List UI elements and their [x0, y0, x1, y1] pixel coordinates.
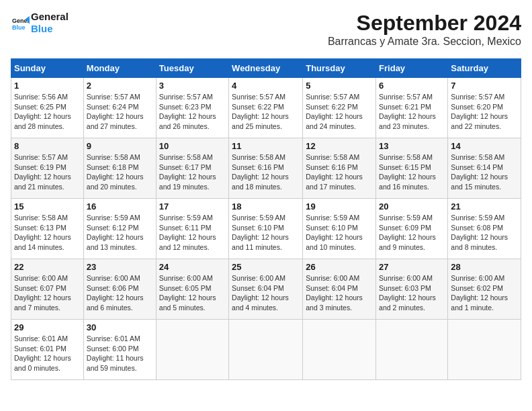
- day-number: 12: [306, 141, 373, 151]
- calendar-cell: 12 Sunrise: 5:58 AMSunset: 6:16 PMDaylig…: [303, 138, 376, 199]
- calendar-cell: 16 Sunrise: 5:59 AMSunset: 6:12 PMDaylig…: [83, 199, 156, 259]
- day-detail: Sunrise: 5:58 AMSunset: 6:18 PMDaylight:…: [87, 153, 144, 191]
- day-detail: Sunrise: 5:57 AMSunset: 6:24 PMDaylight:…: [87, 93, 144, 130]
- calendar-cell: 14 Sunrise: 5:58 AMSunset: 6:14 PMDaylig…: [448, 138, 521, 199]
- day-number: 7: [451, 81, 518, 91]
- day-number: 17: [159, 201, 226, 212]
- day-number: 2: [87, 81, 153, 91]
- col-header-friday: Friday: [376, 59, 448, 78]
- day-detail: Sunrise: 5:57 AMSunset: 6:20 PMDaylight:…: [451, 93, 508, 130]
- col-header-thursday: Thursday: [303, 59, 376, 78]
- calendar-cell: 26 Sunrise: 6:00 AMSunset: 6:04 PMDaylig…: [303, 259, 376, 320]
- day-number: 14: [451, 141, 518, 151]
- day-number: 27: [379, 262, 445, 272]
- day-detail: Sunrise: 5:59 AMSunset: 6:08 PMDaylight:…: [451, 214, 508, 251]
- calendar-cell: 27 Sunrise: 6:00 AMSunset: 6:03 PMDaylig…: [376, 259, 448, 320]
- day-detail: Sunrise: 6:00 AMSunset: 6:04 PMDaylight:…: [232, 274, 289, 312]
- logo: General Blue General Blue: [11, 11, 69, 35]
- day-number: 11: [232, 141, 300, 151]
- day-number: 1: [14, 81, 81, 91]
- col-header-wednesday: Wednesday: [229, 59, 303, 78]
- day-detail: Sunrise: 5:58 AMSunset: 6:16 PMDaylight:…: [232, 153, 289, 191]
- svg-text:Blue: Blue: [12, 24, 26, 31]
- calendar-cell: 21 Sunrise: 5:59 AMSunset: 6:08 PMDaylig…: [448, 199, 521, 259]
- col-header-sunday: Sunday: [11, 59, 84, 78]
- day-detail: Sunrise: 6:00 AMSunset: 6:07 PMDaylight:…: [14, 274, 71, 312]
- calendar-cell: 5 Sunrise: 5:57 AMSunset: 6:22 PMDayligh…: [303, 78, 376, 138]
- day-detail: Sunrise: 5:59 AMSunset: 6:10 PMDaylight:…: [232, 214, 289, 251]
- calendar-cell: 28 Sunrise: 6:00 AMSunset: 6:02 PMDaylig…: [448, 259, 521, 320]
- day-detail: Sunrise: 5:59 AMSunset: 6:10 PMDaylight:…: [306, 214, 363, 251]
- day-number: 9: [87, 141, 153, 151]
- day-detail: Sunrise: 5:58 AMSunset: 6:16 PMDaylight:…: [306, 153, 363, 191]
- day-number: 16: [87, 201, 153, 212]
- day-number: 10: [159, 141, 226, 151]
- day-detail: Sunrise: 5:56 AMSunset: 6:25 PMDaylight:…: [14, 93, 71, 130]
- day-number: 25: [232, 262, 300, 272]
- day-detail: Sunrise: 6:00 AMSunset: 6:05 PMDaylight:…: [159, 274, 216, 312]
- day-number: 24: [159, 262, 226, 272]
- day-number: 3: [159, 81, 226, 91]
- calendar-table: SundayMondayTuesdayWednesdayThursdayFrid…: [11, 58, 521, 380]
- day-number: 4: [232, 81, 300, 91]
- day-detail: Sunrise: 5:59 AMSunset: 6:12 PMDaylight:…: [87, 214, 144, 251]
- calendar-cell: 1 Sunrise: 5:56 AMSunset: 6:25 PMDayligh…: [11, 78, 84, 138]
- day-detail: Sunrise: 5:57 AMSunset: 6:22 PMDaylight:…: [232, 93, 289, 130]
- day-number: 13: [379, 141, 445, 151]
- calendar-cell: 10 Sunrise: 5:58 AMSunset: 6:17 PMDaylig…: [156, 138, 228, 199]
- day-detail: Sunrise: 5:59 AMSunset: 6:09 PMDaylight:…: [379, 214, 436, 251]
- calendar-cell: 3 Sunrise: 5:57 AMSunset: 6:23 PMDayligh…: [156, 78, 228, 138]
- day-number: 26: [306, 262, 373, 272]
- day-number: 20: [379, 201, 445, 212]
- calendar-cell: 24 Sunrise: 6:00 AMSunset: 6:05 PMDaylig…: [156, 259, 228, 320]
- day-detail: Sunrise: 6:00 AMSunset: 6:03 PMDaylight:…: [379, 274, 436, 312]
- calendar-cell: [156, 320, 228, 380]
- day-detail: Sunrise: 5:59 AMSunset: 6:11 PMDaylight:…: [159, 214, 216, 251]
- day-detail: Sunrise: 5:58 AMSunset: 6:14 PMDaylight:…: [451, 153, 508, 191]
- day-number: 18: [232, 201, 300, 212]
- day-number: 21: [451, 201, 518, 212]
- day-number: 19: [306, 201, 373, 212]
- calendar-cell: 2 Sunrise: 5:57 AMSunset: 6:24 PMDayligh…: [83, 78, 156, 138]
- calendar-cell: 15 Sunrise: 5:58 AMSunset: 6:13 PMDaylig…: [11, 199, 84, 259]
- calendar-cell: 11 Sunrise: 5:58 AMSunset: 6:16 PMDaylig…: [229, 138, 303, 199]
- calendar-cell: 23 Sunrise: 6:00 AMSunset: 6:06 PMDaylig…: [83, 259, 156, 320]
- day-number: 28: [451, 262, 518, 272]
- day-number: 23: [87, 262, 153, 272]
- logo-general: General: [31, 11, 69, 23]
- day-detail: Sunrise: 5:57 AMSunset: 6:21 PMDaylight:…: [379, 93, 436, 130]
- calendar-cell: [303, 320, 376, 380]
- day-number: 22: [14, 262, 81, 272]
- day-detail: Sunrise: 5:57 AMSunset: 6:19 PMDaylight:…: [14, 153, 71, 191]
- calendar-cell: 8 Sunrise: 5:57 AMSunset: 6:19 PMDayligh…: [11, 138, 84, 199]
- calendar-cell: 22 Sunrise: 6:00 AMSunset: 6:07 PMDaylig…: [11, 259, 84, 320]
- logo-blue: Blue: [31, 23, 69, 35]
- calendar-cell: 19 Sunrise: 5:59 AMSunset: 6:10 PMDaylig…: [303, 199, 376, 259]
- day-detail: Sunrise: 6:01 AMSunset: 6:01 PMDaylight:…: [14, 334, 71, 372]
- day-number: 8: [14, 141, 81, 151]
- day-detail: Sunrise: 6:00 AMSunset: 6:02 PMDaylight:…: [451, 274, 508, 312]
- calendar-cell: 25 Sunrise: 6:00 AMSunset: 6:04 PMDaylig…: [229, 259, 303, 320]
- location-title: Barrancas y Amate 3ra. Seccion, Mexico: [328, 36, 521, 48]
- calendar-cell: 13 Sunrise: 5:58 AMSunset: 6:15 PMDaylig…: [376, 138, 448, 199]
- day-number: 29: [14, 322, 81, 332]
- calendar-cell: 20 Sunrise: 5:59 AMSunset: 6:09 PMDaylig…: [376, 199, 448, 259]
- calendar-cell: [448, 320, 521, 380]
- calendar-cell: 18 Sunrise: 5:59 AMSunset: 6:10 PMDaylig…: [229, 199, 303, 259]
- day-number: 6: [379, 81, 445, 91]
- col-header-monday: Monday: [83, 59, 156, 78]
- col-header-saturday: Saturday: [448, 59, 521, 78]
- calendar-cell: 29 Sunrise: 6:01 AMSunset: 6:01 PMDaylig…: [11, 320, 84, 380]
- calendar-cell: 4 Sunrise: 5:57 AMSunset: 6:22 PMDayligh…: [229, 78, 303, 138]
- day-detail: Sunrise: 5:58 AMSunset: 6:15 PMDaylight:…: [379, 153, 436, 191]
- calendar-cell: [376, 320, 448, 380]
- calendar-cell: 17 Sunrise: 5:59 AMSunset: 6:11 PMDaylig…: [156, 199, 228, 259]
- month-title: September 2024: [328, 11, 521, 36]
- day-detail: Sunrise: 6:01 AMSunset: 6:00 PMDaylight:…: [87, 334, 144, 372]
- day-number: 5: [306, 81, 373, 91]
- calendar-cell: 30 Sunrise: 6:01 AMSunset: 6:00 PMDaylig…: [83, 320, 156, 380]
- day-detail: Sunrise: 5:58 AMSunset: 6:13 PMDaylight:…: [14, 214, 71, 251]
- day-detail: Sunrise: 5:57 AMSunset: 6:23 PMDaylight:…: [159, 93, 216, 130]
- day-number: 15: [14, 201, 81, 212]
- day-detail: Sunrise: 6:00 AMSunset: 6:06 PMDaylight:…: [87, 274, 144, 312]
